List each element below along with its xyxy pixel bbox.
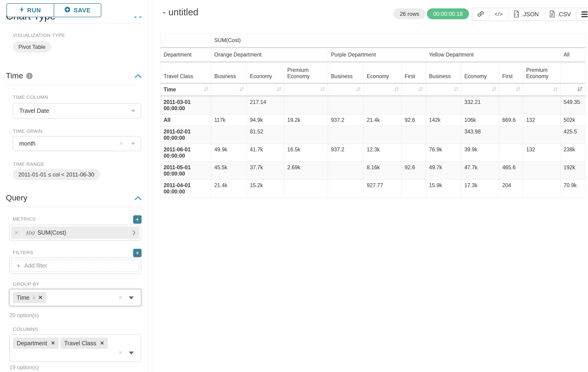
- remove-chip-icon[interactable]: ✕: [100, 340, 104, 346]
- row-dimension-header: Department: [161, 48, 211, 62]
- remove-metric-icon[interactable]: ×: [11, 226, 22, 239]
- plus-circle-icon: [64, 7, 70, 14]
- sort-icon[interactable]: [394, 86, 399, 94]
- clear-icon[interactable]: ×: [119, 139, 123, 148]
- sort-icon[interactable]: [204, 86, 209, 94]
- clear-icon[interactable]: ×: [118, 348, 123, 357]
- row-label-cell: 2011-02-01 00:00:00: [161, 126, 211, 144]
- sort-header-cell[interactable]: [499, 84, 523, 96]
- row-count-badge: 26 rows: [393, 8, 426, 19]
- groupby-chip-time[interactable]: Time i ✕: [13, 292, 46, 303]
- value-cell: [328, 180, 364, 198]
- sort-header-cell[interactable]: [211, 84, 247, 96]
- sort-header-cell[interactable]: [247, 84, 284, 96]
- panel-resizer[interactable]: [152, 0, 153, 372]
- value-cell: 12.3k: [364, 144, 402, 162]
- row-label-cell: 2011-06-01 00:00:00: [161, 144, 211, 162]
- value-cell: 47.7k: [461, 162, 499, 180]
- menu-button[interactable]: [576, 8, 588, 21]
- value-cell: 217.14: [247, 96, 284, 114]
- value-cell: 192k: [561, 162, 586, 180]
- sort-header-cell[interactable]: [426, 84, 461, 96]
- value-cell: [284, 96, 328, 114]
- groupby-select[interactable]: Time i ✕ ×: [9, 289, 141, 306]
- sort-icon[interactable]: [454, 86, 459, 94]
- row-label-cell: 2011-05-01 00:00:00: [161, 162, 211, 180]
- remove-chip-icon[interactable]: ✕: [38, 295, 42, 301]
- sort-header-cell[interactable]: [402, 84, 426, 96]
- value-cell: 15.9k: [426, 180, 461, 198]
- value-cell: 2.69k: [284, 162, 328, 180]
- code-icon: </>: [494, 11, 503, 17]
- value-cell: 39.9k: [461, 144, 499, 162]
- add-metric-button[interactable]: +: [133, 215, 142, 224]
- sort-icon[interactable]: [492, 86, 497, 94]
- sort-icon[interactable]: [553, 86, 558, 94]
- value-cell: 332.21: [461, 96, 499, 114]
- sort-header-cell[interactable]: [523, 84, 561, 96]
- value-cell: 45.5k: [211, 162, 247, 180]
- group-header-cell: Purple Department: [328, 48, 426, 62]
- add-filter-button[interactable]: + Add filter: [11, 260, 139, 272]
- chevron-up-icon[interactable]: [134, 196, 142, 201]
- table-row: 2011-05-01 00:00:0045.5k37.7k2.69k8.16k9…: [161, 162, 586, 180]
- copy-link-button[interactable]: [472, 8, 489, 21]
- value-cell: 465.6: [499, 162, 523, 180]
- group-header-cell: Yellow Department: [426, 48, 561, 62]
- chip-label: Department: [17, 340, 47, 347]
- sort-header-cell[interactable]: [284, 84, 328, 96]
- value-cell: 19.2k: [284, 114, 328, 126]
- sort-header-cell[interactable]: [561, 84, 586, 96]
- columns-select[interactable]: Department ✕ Travel Class ✕ ×: [9, 334, 141, 362]
- value-cell: 94.9k: [247, 114, 284, 126]
- class-header-cell: Business: [328, 62, 364, 84]
- value-cell: [364, 126, 402, 144]
- bolt-icon: [20, 6, 24, 14]
- sort-icon[interactable]: [239, 86, 244, 94]
- hamburger-menu-icon: [581, 11, 588, 17]
- sort-desc-active-icon[interactable]: [577, 86, 583, 94]
- chart-title[interactable]: - untitled: [163, 7, 198, 17]
- table-row: 2011-03-01 00:00:00217.14332.21549.35: [161, 96, 586, 114]
- save-button[interactable]: SAVE: [54, 4, 101, 17]
- columns-chip-department[interactable]: Department ✕: [13, 338, 59, 349]
- sort-header-cell[interactable]: [461, 84, 499, 96]
- class-header-cell: Economy: [461, 62, 499, 84]
- visualization-type-pill[interactable]: Pivot Table: [13, 41, 51, 53]
- sort-header-cell[interactable]: [364, 84, 402, 96]
- value-cell: 21.4k: [364, 114, 402, 126]
- value-cell: [523, 162, 561, 180]
- row-label-cell: 2011-03-01 00:00:00: [161, 96, 211, 114]
- time-range-pill[interactable]: 2011-01-01 ≤ col < 2011-06-30: [13, 169, 100, 180]
- add-filter-plus-button[interactable]: +: [133, 249, 142, 257]
- sort-icon[interactable]: [356, 86, 361, 94]
- class-header-cell: Economy: [247, 62, 284, 84]
- value-cell: 16.5k: [284, 144, 328, 162]
- value-cell: 37.7k: [247, 162, 284, 180]
- value-cell: 76.9k: [426, 144, 461, 162]
- control-panel-sidebar: Chart Type RUN SAVE VISUALIZATION TYPE P…: [0, 0, 148, 372]
- dropdown-caret-icon[interactable]: [129, 297, 134, 299]
- time-axis-header[interactable]: Time: [161, 84, 211, 96]
- run-button[interactable]: RUN: [7, 4, 54, 17]
- remove-chip-icon[interactable]: ✕: [51, 340, 55, 346]
- export-json-button[interactable]: .JSON: [508, 8, 544, 21]
- time-column-select[interactable]: Travel Date: [13, 103, 141, 118]
- columns-chip-travel-class[interactable]: Travel Class ✕: [60, 338, 108, 349]
- row-label-cell: All: [161, 114, 211, 126]
- chevron-right-icon[interactable]: [128, 226, 139, 239]
- metric-chip[interactable]: × ƒ(x) SUM(Cost): [11, 226, 139, 239]
- sort-icon[interactable]: [277, 86, 282, 94]
- sort-header-cell[interactable]: [328, 84, 364, 96]
- value-cell: 15.2k: [247, 180, 284, 198]
- sort-icon[interactable]: [515, 86, 521, 94]
- export-csv-button[interactable]: .CSV: [544, 8, 576, 21]
- clear-icon[interactable]: ×: [118, 293, 123, 302]
- chevron-up-icon[interactable]: [134, 74, 142, 79]
- dropdown-caret-icon[interactable]: [129, 351, 134, 355]
- sort-icon[interactable]: [418, 86, 423, 94]
- time-grain-select[interactable]: month ×: [13, 136, 141, 151]
- class-header-cell: Business: [211, 62, 247, 84]
- view-query-button[interactable]: </>: [489, 8, 508, 21]
- sort-icon[interactable]: [320, 86, 325, 94]
